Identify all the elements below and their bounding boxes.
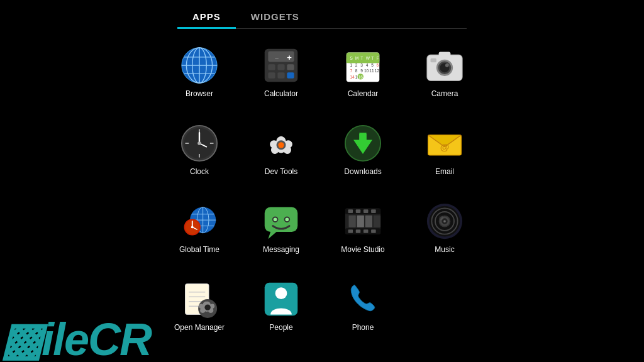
phone-icon bbox=[343, 279, 383, 319]
tab-apps[interactable]: APPS bbox=[177, 5, 236, 28]
svg-rect-100 bbox=[349, 216, 356, 228]
browser-label: Browser bbox=[186, 89, 213, 98]
app-people[interactable]: People bbox=[247, 275, 316, 351]
svg-text:M: M bbox=[355, 56, 358, 60]
app-moviestudio[interactable]: Movie Studio bbox=[328, 197, 397, 273]
calendar-icon: S M T W T F 1 2 3 4 5 6 7 8 9 10 bbox=[343, 45, 383, 85]
svg-rect-17 bbox=[287, 72, 294, 78]
svg-text:+: + bbox=[287, 53, 292, 62]
svg-point-88 bbox=[286, 217, 289, 221]
music-icon bbox=[425, 201, 465, 241]
svg-text:11: 11 bbox=[369, 69, 374, 73]
app-phone[interactable]: Phone bbox=[328, 275, 397, 351]
svg-rect-94 bbox=[364, 209, 369, 213]
svg-text:14: 14 bbox=[350, 75, 355, 79]
main-container: APPS WIDGETS Browser bbox=[0, 0, 644, 362]
svg-point-48 bbox=[445, 63, 449, 67]
moviestudio-label: Movie Studio bbox=[341, 245, 384, 254]
svg-point-122 bbox=[275, 287, 287, 299]
svg-point-87 bbox=[274, 217, 277, 221]
svg-text:T: T bbox=[360, 56, 363, 60]
svg-text:2: 2 bbox=[355, 63, 358, 67]
app-openmanager[interactable]: Open Manager bbox=[165, 275, 234, 351]
svg-rect-95 bbox=[371, 209, 376, 213]
svg-text:16: 16 bbox=[358, 75, 364, 79]
svg-rect-103 bbox=[374, 216, 380, 228]
svg-text:12: 12 bbox=[375, 69, 380, 73]
app-clock[interactable]: Clock bbox=[165, 119, 234, 195]
svg-rect-92 bbox=[348, 209, 353, 213]
app-email[interactable]: @ Email bbox=[410, 119, 479, 195]
svg-rect-102 bbox=[365, 216, 372, 228]
apps-grid: Browser + − Calculator bbox=[165, 36, 479, 356]
app-devtools[interactable]: Dev Tools bbox=[247, 119, 316, 195]
svg-marker-84 bbox=[268, 232, 276, 239]
svg-text:3: 3 bbox=[360, 63, 363, 67]
svg-text:4: 4 bbox=[366, 63, 369, 67]
email-icon: @ bbox=[425, 123, 465, 163]
svg-rect-49 bbox=[431, 58, 436, 63]
svg-text:@: @ bbox=[440, 141, 450, 152]
email-label: Email bbox=[435, 167, 454, 176]
svg-rect-13 bbox=[277, 64, 284, 70]
svg-text:F: F bbox=[377, 56, 379, 60]
calculator-icon: + − bbox=[261, 45, 301, 85]
svg-point-120 bbox=[204, 304, 210, 310]
tabs-bar: APPS WIDGETS bbox=[177, 5, 467, 29]
svg-rect-96 bbox=[348, 229, 353, 233]
messaging-label: Messaging bbox=[263, 245, 299, 254]
devtools-icon bbox=[261, 123, 301, 163]
svg-rect-15 bbox=[268, 72, 275, 78]
svg-text:1: 1 bbox=[350, 63, 352, 67]
svg-rect-12 bbox=[268, 64, 275, 70]
browser-icon bbox=[179, 45, 219, 85]
svg-text:8: 8 bbox=[355, 69, 358, 73]
svg-text:−: − bbox=[275, 54, 279, 62]
svg-point-112 bbox=[439, 216, 444, 221]
music-label: Music bbox=[435, 245, 454, 254]
watermark-text: ▩ileCR bbox=[0, 317, 151, 362]
svg-text:S: S bbox=[350, 56, 353, 60]
clock-icon bbox=[179, 123, 219, 163]
app-music[interactable]: Music bbox=[410, 197, 479, 273]
svg-text:10: 10 bbox=[364, 69, 369, 73]
svg-point-111 bbox=[443, 220, 446, 222]
svg-rect-98 bbox=[364, 229, 369, 233]
svg-point-82 bbox=[191, 226, 194, 229]
globaltime-icon bbox=[179, 201, 219, 241]
downloads-icon bbox=[343, 123, 383, 163]
camera-icon bbox=[425, 45, 465, 85]
globaltime-label: Global Time bbox=[179, 245, 219, 254]
people-label: People bbox=[269, 323, 292, 332]
svg-text:7: 7 bbox=[350, 69, 352, 73]
phone-label: Phone bbox=[352, 323, 374, 332]
app-calendar[interactable]: S M T W T F 1 2 3 4 5 6 7 8 9 10 bbox=[328, 41, 397, 117]
svg-text:T: T bbox=[371, 56, 374, 60]
svg-text:9: 9 bbox=[360, 69, 363, 73]
svg-text:5: 5 bbox=[371, 63, 374, 67]
watermark: ▩ileCR bbox=[0, 317, 151, 362]
app-camera[interactable]: Camera bbox=[410, 41, 479, 117]
app-downloads[interactable]: Downloads bbox=[328, 119, 397, 195]
svg-rect-16 bbox=[277, 72, 284, 78]
messaging-icon bbox=[261, 201, 301, 241]
svg-text:6: 6 bbox=[377, 63, 379, 67]
svg-point-59 bbox=[197, 141, 201, 145]
app-browser[interactable]: Browser bbox=[165, 41, 234, 117]
openmanager-label: Open Manager bbox=[174, 323, 225, 332]
devtools-label: Dev Tools bbox=[265, 167, 297, 176]
svg-rect-14 bbox=[287, 64, 294, 70]
app-messaging[interactable]: Messaging bbox=[247, 197, 316, 273]
svg-point-61 bbox=[278, 142, 284, 148]
svg-rect-101 bbox=[357, 216, 364, 228]
app-calculator[interactable]: + − Calculator bbox=[247, 41, 316, 117]
tab-widgets[interactable]: WIDGETS bbox=[236, 5, 314, 28]
clock-label: Clock bbox=[190, 167, 209, 176]
svg-rect-50 bbox=[439, 52, 451, 57]
svg-text:W: W bbox=[366, 56, 370, 60]
moviestudio-icon bbox=[343, 201, 383, 241]
calendar-label: Calendar bbox=[348, 89, 379, 98]
svg-rect-97 bbox=[356, 229, 361, 233]
app-globaltime[interactable]: Global Time bbox=[165, 197, 234, 273]
svg-rect-99 bbox=[371, 229, 376, 233]
